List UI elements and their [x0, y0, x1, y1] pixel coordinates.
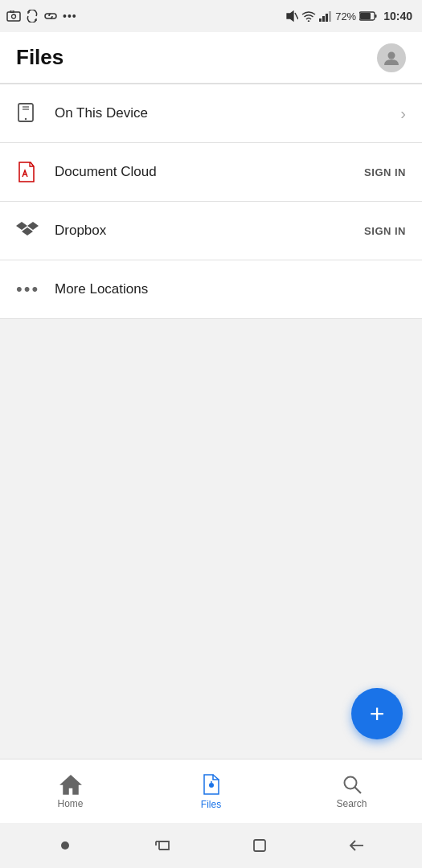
avatar-icon [383, 49, 400, 67]
divider-4 [0, 318, 422, 319]
nav-item-files[interactable]: Files [141, 773, 281, 810]
photo-icon [6, 10, 21, 22]
svg-rect-12 [375, 14, 377, 18]
page-title: Files [16, 45, 64, 70]
status-time: 10:40 [383, 10, 412, 23]
document-cloud-icon [16, 161, 51, 183]
add-fab[interactable]: + [351, 688, 403, 739]
home-icon [59, 774, 82, 795]
back-icon [349, 839, 365, 852]
svg-rect-0 [7, 12, 20, 21]
sync-icon [26, 10, 39, 23]
search-icon [342, 774, 363, 795]
svg-point-26 [344, 776, 356, 788]
square-icon [252, 838, 267, 853]
locations-list: On This Device › Document Cloud SIGN IN [0, 84, 422, 319]
system-nav-back[interactable] [342, 831, 371, 860]
system-nav-recent[interactable] [148, 831, 177, 860]
list-item-dropbox[interactable]: Dropbox SIGN IN [0, 202, 422, 260]
svg-marker-18 [16, 222, 27, 230]
recent-icon [154, 838, 170, 853]
more-locations-icon: ••• [16, 279, 51, 300]
system-nav-home[interactable] [245, 831, 274, 860]
svg-point-13 [388, 51, 395, 59]
bottom-nav: Home Files Search [0, 759, 422, 823]
svg-rect-6 [319, 18, 322, 22]
svg-marker-3 [287, 11, 293, 21]
system-nav-dot[interactable] [51, 831, 80, 860]
document-cloud-label: Document Cloud [55, 164, 364, 180]
dropbox-label: Dropbox [55, 223, 364, 239]
link-icon [43, 11, 58, 21]
svg-point-1 [12, 14, 16, 18]
more-locations-label: More Locations [55, 281, 406, 297]
list-item-on-this-device[interactable]: On This Device › [0, 84, 422, 142]
on-this-device-chevron: › [400, 104, 406, 123]
svg-line-4 [295, 13, 298, 19]
files-icon [201, 773, 222, 796]
svg-rect-30 [254, 840, 265, 851]
avatar[interactable] [377, 43, 406, 72]
wifi-icon [301, 10, 316, 22]
on-this-device-label: On This Device [55, 105, 400, 121]
svg-point-15 [25, 118, 27, 120]
status-bar: ••• 72% 10:40 [0, 0, 422, 32]
document-cloud-signin[interactable]: SIGN IN [364, 166, 406, 178]
add-icon: + [370, 701, 385, 727]
dropbox-signin[interactable]: SIGN IN [364, 225, 406, 237]
main-content: On This Device › Document Cloud SIGN IN [0, 84, 422, 760]
status-bar-right: 72% 10:40 [285, 10, 412, 23]
list-item-document-cloud[interactable]: Document Cloud SIGN IN [0, 143, 422, 201]
system-nav-bar [0, 823, 422, 868]
signal-icon [319, 10, 332, 22]
dot-icon [61, 841, 69, 850]
dropbox-icon [16, 220, 51, 241]
svg-point-24 [209, 783, 214, 788]
nav-item-search[interactable]: Search [281, 774, 422, 809]
mute-icon [285, 10, 298, 23]
nav-search-label: Search [336, 798, 367, 809]
svg-rect-9 [329, 11, 331, 22]
device-icon [16, 102, 51, 125]
svg-rect-8 [326, 14, 328, 22]
battery-icon [359, 11, 377, 21]
status-bar-left: ••• [6, 10, 77, 23]
nav-files-label: Files [201, 799, 221, 810]
svg-rect-7 [322, 16, 325, 22]
svg-line-27 [354, 787, 361, 793]
nav-home-label: Home [57, 798, 83, 809]
svg-marker-23 [61, 776, 80, 794]
battery-percentage: 72% [335, 10, 356, 23]
app-header: Files [0, 32, 422, 84]
list-item-more-locations[interactable]: ••• More Locations [0, 260, 422, 318]
svg-rect-11 [360, 13, 371, 19]
svg-point-5 [308, 20, 309, 22]
more-apps-icon: ••• [63, 10, 77, 23]
nav-item-home[interactable]: Home [0, 774, 141, 809]
